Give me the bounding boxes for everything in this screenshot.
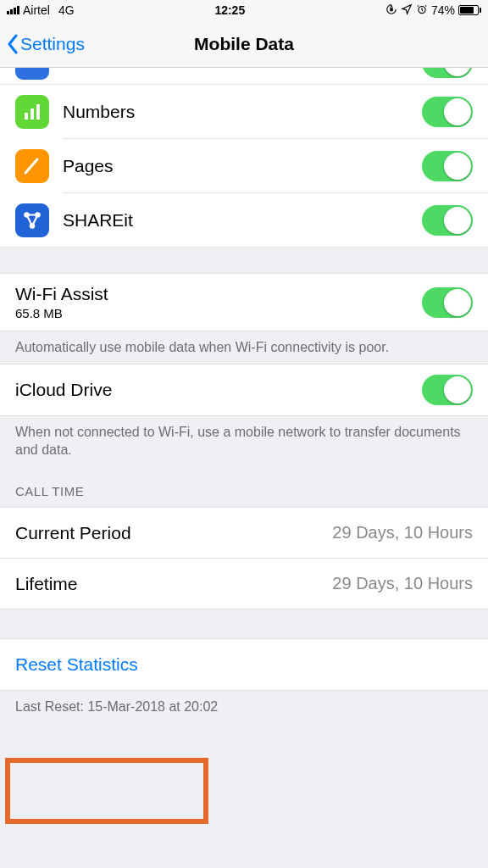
app-row-shareit: SHAREit <box>0 193 488 248</box>
battery-icon <box>458 5 481 15</box>
location-icon <box>401 3 413 18</box>
svg-rect-2 <box>25 113 28 120</box>
wifi-assist-row: Wi-Fi Assist 65.8 MB <box>0 274 488 331</box>
lifetime-value: 29 Days, 10 Hours <box>332 574 473 593</box>
nav-bar: Settings Mobile Data <box>0 20 488 68</box>
toggle-switch[interactable] <box>422 375 473 405</box>
wifi-assist-usage: 65.8 MB <box>15 306 422 320</box>
icloud-drive-title: iCloud Drive <box>15 380 422 400</box>
current-period-value: 29 Days, 10 Hours <box>332 523 473 542</box>
last-reset-footer: Last Reset: 15-Mar-2018 at 20:02 <box>0 691 488 723</box>
back-label: Settings <box>20 34 85 54</box>
carrier-label: Airtel <box>23 3 50 17</box>
lifetime-row: Lifetime 29 Days, 10 Hours <box>0 559 488 609</box>
chevron-left-icon <box>7 34 19 54</box>
alarm-icon <box>416 3 428 18</box>
current-period-label: Current Period <box>15 523 332 543</box>
svg-rect-0 <box>390 8 393 11</box>
svg-rect-4 <box>36 104 40 120</box>
signal-bars-icon <box>7 6 19 14</box>
app-label: Pages <box>63 156 422 176</box>
current-period-row: Current Period 29 Days, 10 Hours <box>0 508 488 559</box>
reset-statistics-button[interactable]: Reset Statistics <box>0 638 488 691</box>
svg-rect-3 <box>30 108 34 120</box>
wifi-assist-title: Wi-Fi Assist <box>15 284 422 304</box>
app-label: SHAREit <box>63 210 422 231</box>
numbers-icon <box>15 95 49 129</box>
toggle-switch[interactable] <box>422 287 473 318</box>
app-label: Numbers <box>63 102 422 122</box>
lifetime-label: Lifetime <box>15 574 332 594</box>
status-bar: Airtel 4G 12:25 74% <box>0 0 488 20</box>
pages-icon <box>15 149 49 183</box>
toggle-switch[interactable] <box>422 151 473 181</box>
wifi-assist-footer: Automatically use mobile data when Wi-Fi… <box>0 331 488 364</box>
app-row-partial <box>0 68 488 85</box>
reset-label: Reset Statistics <box>15 654 138 674</box>
app-list: Numbers Pages SHAREit <box>0 85 488 248</box>
network-label: 4G <box>58 3 75 17</box>
app-row-numbers: Numbers <box>0 85 488 139</box>
clock: 12:25 <box>214 3 245 17</box>
call-time-header: CALL TIME <box>0 466 488 507</box>
app-icon <box>15 68 49 80</box>
highlight-box <box>5 758 208 824</box>
icloud-drive-row: iCloud Drive <box>0 364 488 416</box>
shareit-icon <box>15 203 49 237</box>
app-row-pages: Pages <box>0 139 488 193</box>
icloud-drive-footer: When not connected to Wi-Fi, use a mobil… <box>0 416 488 466</box>
toggle-switch[interactable] <box>422 97 473 127</box>
battery-pct: 74% <box>431 3 455 17</box>
back-button[interactable]: Settings <box>7 34 85 54</box>
toggle-switch[interactable] <box>422 68 473 78</box>
toggle-switch[interactable] <box>422 205 473 236</box>
orientation-lock-icon <box>385 3 397 18</box>
